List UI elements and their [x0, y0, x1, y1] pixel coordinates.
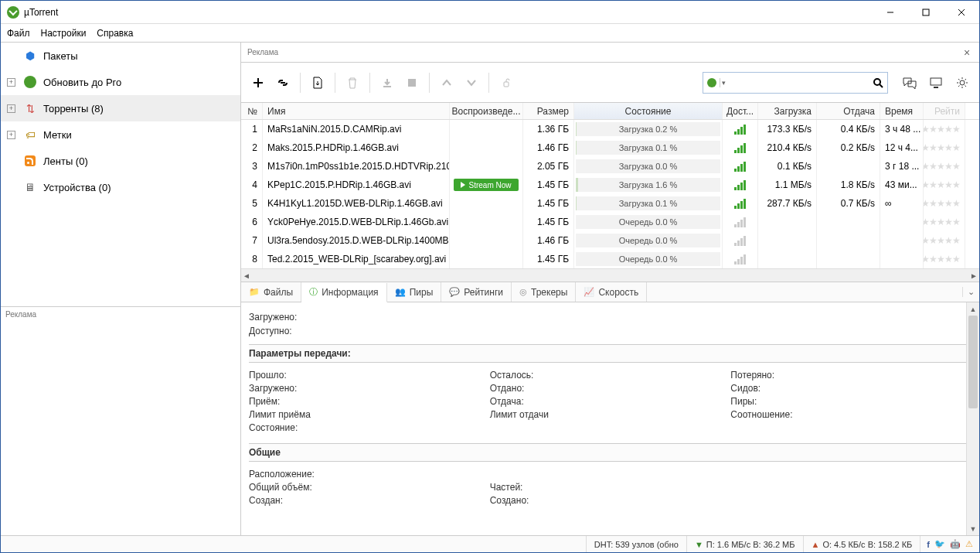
- tab-files[interactable]: 📁Файлы: [241, 282, 301, 302]
- cell-availability: [723, 138, 758, 157]
- sidebar-item-bundles[interactable]: ⬢ Пакеты: [1, 43, 240, 69]
- create-torrent-button[interactable]: [307, 72, 328, 94]
- cell-availability: [723, 250, 758, 268]
- dropdown-icon[interactable]: ▾: [720, 79, 727, 87]
- cell-download: 287.7 КБ/s: [758, 194, 817, 213]
- table-row[interactable]: 3M1s7i0n.1mP0ss1b1e.2015.D.HDTVRip.2100.…: [241, 157, 979, 176]
- trackers-icon: ◎: [519, 287, 527, 297]
- detail-collapse-icon[interactable]: ⌄: [962, 287, 979, 297]
- col-size[interactable]: Размер: [523, 103, 574, 119]
- tree-expand-icon[interactable]: +: [7, 78, 15, 87]
- table-row[interactable]: 6Yck0PeHye.2015.D.WEB-DLRip.1.46Gb.avi1.…: [241, 213, 979, 231]
- info-total: Общий объём:: [249, 482, 490, 493]
- cell-upload: 0.2 КБ/s: [817, 138, 880, 157]
- info-save: Расположение:: [249, 469, 490, 480]
- android-icon[interactable]: 🤖: [950, 539, 961, 549]
- tab-trackers[interactable]: ◎Трекеры: [512, 282, 576, 302]
- tree-expand-icon[interactable]: +: [7, 104, 15, 113]
- add-torrent-button[interactable]: [247, 72, 269, 94]
- tab-speed[interactable]: 📈Скорость: [576, 282, 647, 302]
- menu-settings[interactable]: Настройки: [41, 28, 87, 39]
- cell-download: 0.1 КБ/s: [758, 157, 817, 176]
- info-dlspeed: Приём:: [249, 396, 490, 407]
- col-availability[interactable]: Дост...: [723, 103, 758, 119]
- cell-download: 210.4 КБ/s: [758, 138, 817, 157]
- col-upload[interactable]: Отдача: [817, 103, 880, 119]
- search-input[interactable]: [727, 77, 869, 88]
- signal-icon: [734, 217, 746, 227]
- cell-upload: [817, 213, 880, 231]
- cell-availability: [723, 231, 758, 250]
- ad-close-icon[interactable]: ×: [961, 46, 973, 59]
- remove-button[interactable]: [342, 72, 363, 94]
- table-row[interactable]: 4KPep1C.2015.P.HDRip.1.46GB.aviStream No…: [241, 176, 979, 194]
- table-row[interactable]: 5K4H1KyL1.2015D.WEB-DLRip.1.46GB.avi1.45…: [241, 194, 979, 213]
- col-state[interactable]: Состояние: [574, 103, 723, 119]
- status-up[interactable]: ▲О: 4.5 КБ/с В: 158.2 КБ: [803, 536, 920, 552]
- status-down[interactable]: ▼П: 1.6 МБ/с В: 36.2 МБ: [686, 536, 803, 552]
- menu-help[interactable]: Справка: [97, 28, 133, 39]
- col-download[interactable]: Загрузка: [758, 103, 817, 119]
- cell-rating: ★★★★★: [924, 231, 965, 250]
- cell-time: [880, 231, 924, 250]
- search-engine-icon[interactable]: [703, 78, 720, 87]
- table-row[interactable]: 8Ted.2.2015_WEB-DLRip_[scarabey.org].avi…: [241, 250, 979, 268]
- tab-peers[interactable]: 👥Пиры: [387, 282, 442, 302]
- search-box[interactable]: ▾: [703, 72, 888, 94]
- cell-play[interactable]: Stream Now: [450, 176, 523, 194]
- info-pieces: Частей:: [490, 482, 731, 493]
- col-name[interactable]: Имя: [263, 103, 450, 119]
- cell-time: [880, 213, 924, 231]
- col-play[interactable]: Воспроизведе...: [450, 103, 523, 119]
- sidebar-item-devices[interactable]: 🖥 Устройства (0): [1, 174, 240, 200]
- cell-download: 1.1 МБ/s: [758, 176, 817, 194]
- sidebar-ad-panel: Реклама: [1, 306, 240, 535]
- tab-info[interactable]: ⓘИнформация: [301, 283, 386, 302]
- cell-play: [450, 231, 523, 250]
- signal-icon: [734, 142, 746, 153]
- cell-size: 1.46 ГБ: [523, 231, 574, 250]
- start-button[interactable]: [376, 72, 398, 94]
- tab-ratings[interactable]: 💬Рейтинги: [441, 282, 512, 302]
- cell-play: [450, 138, 523, 157]
- remote-access-icon[interactable]: [925, 72, 947, 94]
- sidebar-item-feeds[interactable]: Ленты (0): [1, 148, 240, 174]
- close-button[interactable]: [944, 1, 979, 24]
- status-dht[interactable]: DHT: 539 узлов (обно: [586, 536, 686, 552]
- table-row[interactable]: 7Ul3ra.5endosy.2015.D.WEB-DLRip.1400MB.a…: [241, 231, 979, 250]
- col-num[interactable]: №: [241, 103, 263, 119]
- add-url-button[interactable]: [272, 72, 294, 94]
- svg-point-6: [874, 79, 880, 85]
- horizontal-scrollbar[interactable]: ◄►: [241, 268, 979, 282]
- sidebar-item-upgrade[interactable]: + Обновить до Pro: [1, 69, 240, 95]
- move-down-button[interactable]: [461, 72, 482, 94]
- col-rating[interactable]: Рейти: [924, 103, 965, 119]
- remote-button[interactable]: [495, 72, 517, 94]
- col-time[interactable]: Время: [880, 103, 924, 119]
- sidebar-item-torrents[interactable]: + ⇅ Торренты (8): [1, 95, 240, 121]
- window-title: µTorrent: [24, 7, 58, 18]
- preferences-icon[interactable]: [951, 72, 973, 94]
- search-icon[interactable]: [869, 77, 887, 88]
- table-row[interactable]: 2Maks.2015.P.HDRip.1.46GB.avi1.46 ГБЗагр…: [241, 138, 979, 157]
- move-up-button[interactable]: [436, 72, 458, 94]
- menu-file[interactable]: Файл: [7, 28, 30, 39]
- minimize-button[interactable]: [873, 1, 908, 24]
- facebook-icon[interactable]: f: [927, 540, 930, 549]
- sidebar-label: Устройства (0): [43, 182, 111, 193]
- twitter-icon[interactable]: 🐦: [934, 539, 945, 549]
- stop-button[interactable]: [401, 72, 423, 94]
- maximize-button[interactable]: [908, 1, 944, 24]
- vertical-scrollbar[interactable]: ▲ ▼: [966, 302, 979, 535]
- tree-expand-icon[interactable]: +: [7, 131, 15, 139]
- chat-icon[interactable]: [899, 72, 920, 94]
- cell-state: Загрузка 0.2 %: [574, 120, 723, 138]
- warning-icon[interactable]: ⚠: [965, 539, 973, 549]
- cell-play: [450, 213, 523, 231]
- cell-name: MaRs1aNiN.2015.D.CAMRip.avi: [263, 120, 450, 138]
- cell-download: [758, 213, 817, 231]
- cell-name: M1s7i0n.1mP0ss1b1e.2015.D.HDTVRip.2100..…: [263, 157, 450, 176]
- table-row[interactable]: 1MaRs1aNiN.2015.D.CAMRip.avi1.36 ГБЗагру…: [241, 120, 979, 138]
- ratings-icon: 💬: [449, 287, 460, 297]
- sidebar-item-labels[interactable]: + 🏷 Метки: [1, 121, 240, 148]
